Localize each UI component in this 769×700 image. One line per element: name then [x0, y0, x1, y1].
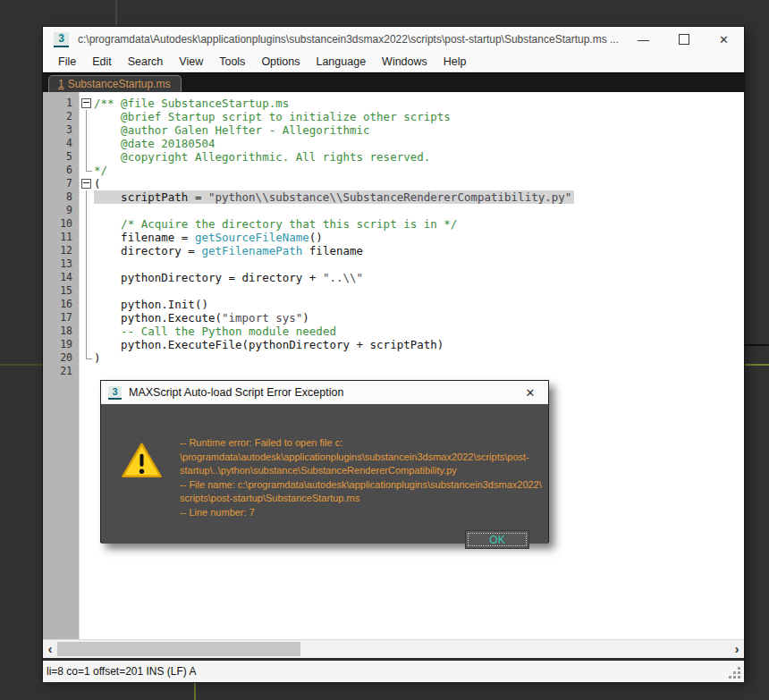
code-text: directory = getFilenamePath filename — [94, 244, 363, 257]
code-line[interactable]: 10 /* Acquire the directory that this sc… — [43, 217, 744, 231]
fold-marker — [79, 204, 94, 217]
line-number: 13 — [43, 257, 79, 271]
code-line[interactable]: 3 @author Galen Helfter - Allegorithmic — [43, 123, 744, 137]
background-tick-bottom — [194, 683, 196, 700]
dialog-title-bar[interactable]: 3 MAXScript Auto-load Script Error Excep… — [101, 381, 548, 404]
menu-file[interactable]: File — [50, 55, 84, 68]
title-bar[interactable]: 3 c:\programdata\Autodesk\applicationplu… — [43, 27, 744, 52]
caret-position-status: li=8 co=1 offset=201 INS (LF) A — [43, 665, 197, 678]
code-line[interactable]: 19 python.ExecuteFile(pythonDirectory + … — [43, 338, 744, 351]
maximize-button[interactable] — [663, 27, 704, 52]
fold-marker — [79, 298, 94, 311]
code-text: pythonDirectory = directory + "..\\" — [94, 271, 363, 284]
code-text: /** @file SubstanceStartup.ms — [94, 97, 289, 110]
error-message-line: -- File name: c:\programdata\autodesk\ap… — [180, 478, 543, 493]
minimize-button[interactable]: — — [623, 27, 663, 52]
fold-marker — [79, 325, 94, 338]
error-message-line: -- Line number: 7 — [180, 506, 543, 520]
fold-marker — [79, 137, 94, 150]
menu-view[interactable]: View — [171, 55, 211, 68]
code-line[interactable]: 12 directory = getFilenamePath filename — [43, 244, 744, 257]
ok-button[interactable]: OK — [465, 530, 529, 549]
fold-collapse-icon[interactable] — [79, 97, 94, 110]
menu-help[interactable]: Help — [435, 55, 475, 68]
code-line[interactable]: 18 -- Call the Python module needed — [43, 325, 744, 338]
tab-substancestartup[interactable]: 1SubstanceStartup.ms — [48, 75, 182, 92]
error-message: -- Runtime error: Failed to open file c:… — [180, 436, 543, 519]
code-line[interactable]: 2 @brief Startup script to initialize ot… — [43, 110, 744, 123]
tab-index: 1 — [58, 78, 64, 90]
menu-tools[interactable]: Tools — [211, 55, 253, 68]
fold-marker — [79, 365, 94, 378]
fold-marker — [79, 231, 94, 244]
menu-options[interactable]: Options — [253, 55, 308, 68]
fold-marker — [79, 217, 94, 231]
menu-language[interactable]: Language — [308, 55, 374, 68]
line-number: 12 — [43, 244, 79, 257]
menu-search[interactable]: Search — [120, 55, 172, 68]
horizontal-scrollbar[interactable]: ‹ › — [43, 639, 744, 658]
fold-marker — [79, 271, 94, 284]
error-message-line: \programdata\autodesk\applicationplugins… — [180, 451, 543, 465]
tab-label: SubstanceStartup.ms — [68, 78, 171, 90]
code-line[interactable]: 7( — [43, 177, 744, 190]
highlighted-code-text: scriptPath = "python\\substance\\Substan… — [94, 190, 574, 204]
line-number: 4 — [43, 137, 79, 150]
error-message-line: -- Runtime error: Failed to open file c: — [180, 436, 543, 451]
maxscript-editor-window: 3 c:\programdata\Autodesk\applicationplu… — [43, 27, 744, 679]
code-line[interactable]: 11 filename = getSourceFileName() — [43, 231, 744, 244]
background-line-olive-right — [744, 364, 769, 366]
code-line[interactable]: 14 pythonDirectory = directory + "..\\" — [43, 271, 744, 284]
line-number: 18 — [43, 325, 79, 338]
close-button[interactable]: ✕ — [704, 27, 744, 52]
scroll-left-arrow[interactable]: ‹ — [43, 640, 57, 658]
menu-edit[interactable]: Edit — [84, 55, 120, 68]
status-bar: li=8 co=1 offset=201 INS (LF) A — [43, 661, 744, 682]
code-line[interactable]: 21 — [43, 365, 744, 378]
code-text: @author Galen Helfter - Allegorithmic — [94, 123, 370, 137]
fold-marker — [79, 351, 94, 365]
scrollbar-thumb[interactable] — [57, 642, 300, 656]
line-number: 3 — [43, 123, 79, 137]
code-line[interactable]: 4 @date 20180504 — [43, 137, 744, 150]
scroll-right-arrow[interactable]: › — [730, 640, 744, 658]
code-text: filename = getSourceFileName() — [94, 231, 323, 244]
max-logo-icon: 3 — [108, 386, 122, 400]
code-line[interactable]: 5 @copyright Allegorithmic. All rights r… — [43, 150, 744, 164]
line-number: 6 — [43, 164, 79, 177]
code-line[interactable]: 16 python.Init() — [43, 298, 744, 311]
error-dialog: 3 MAXScript Auto-load Script Error Excep… — [100, 380, 549, 543]
window-title: c:\programdata\Autodesk\applicationplugi… — [78, 33, 623, 46]
code-text: python.ExecuteFile(pythonDirectory + scr… — [94, 338, 444, 351]
menu-bar: FileEditSearchViewToolsOptionsLanguageWi… — [43, 52, 744, 72]
line-number: 20 — [43, 351, 79, 365]
desktop-background: 3 c:\programdata\Autodesk\applicationplu… — [0, 0, 769, 700]
resize-grip[interactable] — [738, 676, 740, 679]
max-logo-icon: 3 — [54, 32, 69, 47]
line-number: 8 — [43, 190, 79, 204]
code-line[interactable]: 9 — [43, 204, 744, 217]
code-text: @copyright Allegorithmic. All rights res… — [94, 150, 430, 164]
line-number: 1 — [43, 97, 79, 110]
fold-marker — [79, 284, 94, 298]
fold-collapse-icon[interactable] — [79, 177, 94, 190]
line-number: 19 — [43, 338, 79, 351]
dialog-close-button[interactable]: ✕ — [512, 386, 548, 400]
code-line[interactable]: 13 — [43, 257, 744, 271]
line-number: 9 — [43, 204, 79, 217]
code-text: ( — [94, 177, 101, 190]
menu-windows[interactable]: Windows — [374, 55, 435, 68]
line-number: 16 — [43, 298, 79, 311]
dialog-body: -- Runtime error: Failed to open file c:… — [101, 404, 548, 544]
code-line[interactable]: 15 — [43, 284, 744, 298]
fold-marker — [79, 244, 94, 257]
code-editor[interactable]: 1/** @file SubstanceStartup.ms2 @brief S… — [43, 92, 744, 639]
code-line[interactable]: 1/** @file SubstanceStartup.ms — [43, 97, 744, 110]
code-line[interactable]: 20) — [43, 351, 744, 365]
code-text: python.Init() — [94, 298, 208, 311]
fold-marker — [79, 257, 94, 271]
code-line[interactable]: 6*/ — [43, 164, 744, 177]
code-line[interactable]: 17 python.Execute("import sys") — [43, 311, 744, 325]
code-line[interactable]: 8 scriptPath = "python\\substance\\Subst… — [43, 190, 744, 204]
code-text: @brief Startup script to initialize othe… — [94, 110, 451, 123]
